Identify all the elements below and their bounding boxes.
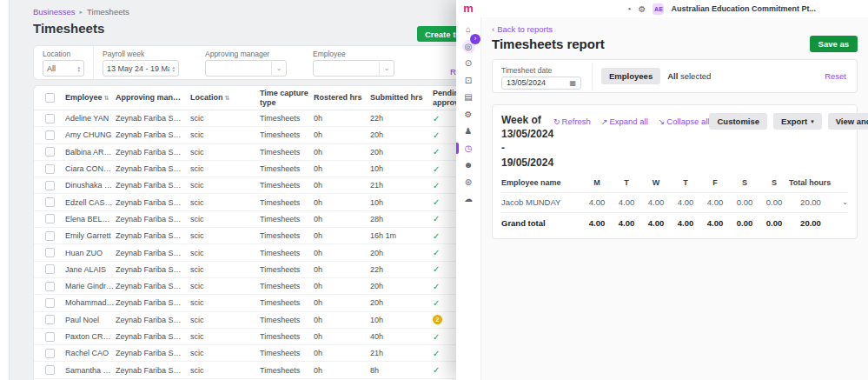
employee-name[interactable]: Balbina ARSEN...: [65, 148, 116, 157]
timesheet-date-input[interactable]: 13/05/2024 ▦: [501, 77, 581, 90]
table-row[interactable]: Balbina ARSEN... Zeynab Fariba SOLTA... …: [34, 144, 514, 161]
save-as-button[interactable]: Save as: [810, 36, 858, 52]
sidebar-item-team[interactable]: ☻: [456, 157, 480, 174]
col-day: T: [671, 178, 700, 188]
employee-name[interactable]: Ciara CONLON: [65, 164, 116, 173]
report-table-row[interactable]: Jacob MUNDAY 4.004.004.004.004.000.000.0…: [501, 193, 848, 213]
approving-manager: Zeynab Fariba SOLTA...: [116, 366, 190, 375]
row-checkbox[interactable]: [45, 365, 55, 375]
approving-manager-select[interactable]: ⌄: [205, 60, 287, 77]
row-checkbox[interactable]: [45, 298, 55, 308]
customise-button[interactable]: Customise: [709, 113, 767, 130]
row-checkbox[interactable]: [45, 164, 55, 174]
employees-selected-text: All selected: [667, 71, 711, 81]
employee-name[interactable]: Dinushaka Nic...: [65, 181, 116, 190]
location-label: Location: [43, 50, 84, 58]
employee-name[interactable]: Rachel CAO: [65, 349, 116, 357]
sidebar-item-payroll[interactable]: ⊙: [456, 55, 480, 72]
sidebar-item-settings[interactable]: ⚙: [456, 106, 480, 123]
panel-expand-toggle[interactable]: ›: [470, 34, 480, 44]
row-checkbox[interactable]: [45, 197, 55, 207]
breadcrumb-businesses-link[interactable]: Businesses: [33, 7, 76, 17]
table-row[interactable]: Adeline YAN Zeynab Fariba SOLTA... scic …: [34, 110, 514, 127]
collapse-all-link[interactable]: ↘ Collapse all: [659, 117, 710, 126]
row-expand-chevron-icon[interactable]: ⌄: [832, 198, 848, 206]
brand-logo[interactable]: m: [456, 0, 480, 17]
row-checkbox[interactable]: [45, 130, 55, 140]
table-row[interactable]: Dinushaka Nic... Zeynab Fariba SOLTA... …: [34, 177, 514, 194]
employee-select[interactable]: ⌄: [313, 60, 394, 77]
row-checkbox[interactable]: [45, 264, 55, 274]
stepper-icon[interactable]: ▴▾: [172, 65, 175, 72]
employee-name[interactable]: Paxton CROFT: [65, 332, 116, 341]
row-checkbox[interactable]: [45, 214, 55, 223]
back-to-reports-link[interactable]: ‹ Back to reports: [492, 24, 553, 34]
employee-name[interactable]: Adeline YAN: [65, 114, 116, 123]
employee-name[interactable]: Paul Noel: [65, 316, 116, 324]
location-select[interactable]: All ▴▾: [43, 60, 84, 77]
table-row[interactable]: Paul Noel Zeynab Fariba SOLTA... scic Ti…: [34, 312, 514, 329]
panel-content: ‹ Back to reports Timesheets report Save…: [481, 17, 868, 380]
export-button[interactable]: Export ▾: [773, 113, 822, 130]
table-row[interactable]: Elena BELOBO... Zeynab Fariba SOLTA... s…: [34, 211, 514, 228]
collapse-all-icon: ↘: [659, 117, 666, 126]
employee-name[interactable]: Mohammad G...: [65, 298, 116, 307]
row-checkbox[interactable]: [45, 282, 55, 291]
sidebar-item-employee[interactable]: ♟: [456, 123, 480, 140]
payroll-week-select[interactable]: 13 May 24 - 19 May 2 ▴▾: [103, 60, 179, 77]
hours-value: 0.00: [730, 197, 759, 207]
row-checkbox[interactable]: [45, 147, 55, 157]
sidebar-item-support[interactable]: ⊛: [456, 174, 480, 191]
employee-name[interactable]: Huan ZUO: [65, 249, 116, 257]
sidebar-item-organisation[interactable]: ▤: [456, 89, 480, 106]
col-employee[interactable]: Employee⇅: [65, 93, 116, 102]
table-row[interactable]: Jane ALAIS Zeynab Fariba SOLTA... scic T…: [34, 262, 514, 278]
row-checkbox[interactable]: [45, 349, 55, 358]
approved-check-icon: ✓: [433, 332, 440, 342]
employee-name[interactable]: Emily Garrett: [65, 231, 116, 240]
sidebar-item-shop[interactable]: ⊡: [456, 72, 480, 90]
pending-badge: 2: [433, 315, 442, 324]
hours-value: 0.00: [759, 197, 789, 207]
refresh-link[interactable]: ↻ Refresh: [553, 117, 591, 126]
sidebar-item-timesheets[interactable]: ◷: [456, 140, 480, 157]
row-checkbox[interactable]: [45, 315, 55, 324]
row-checkbox[interactable]: [45, 114, 55, 123]
view-and-print-button[interactable]: View and print: [828, 113, 868, 130]
account-name[interactable]: Australian Education Commitment Pt...: [671, 4, 816, 13]
employee-name[interactable]: Amy CHUNG: [65, 130, 116, 139]
employee-name[interactable]: Edzell CASTEL...: [65, 198, 116, 207]
table-row[interactable]: Mohammad G... Zeynab Fariba SOLTA... sci…: [34, 295, 514, 311]
select-all-checkbox[interactable]: [45, 93, 55, 103]
breadcrumb-current: Timesheets: [87, 7, 129, 17]
table-row[interactable]: Emily Garrett Zeynab Fariba SOLTA... sci…: [34, 228, 514, 244]
row-checkbox[interactable]: [45, 332, 55, 342]
table-row[interactable]: Paxton CROFT Zeynab Fariba SOLTA... scic…: [34, 329, 514, 345]
rostered-hrs: 0h: [314, 366, 370, 375]
employee-name[interactable]: Samantha BRO...: [65, 366, 116, 375]
employee-name[interactable]: Elena BELOBO...: [65, 215, 116, 223]
location: scic: [190, 114, 260, 123]
employee-name[interactable]: Jane ALAIS: [65, 265, 116, 274]
sidebar-item-marketplace[interactable]: ☁: [456, 190, 480, 208]
table-row[interactable]: Amy CHUNG Zeynab Fariba SOLTA... scic Ti…: [34, 127, 514, 143]
row-checkbox[interactable]: [45, 181, 55, 190]
row-checkbox[interactable]: [45, 231, 55, 241]
table-row[interactable]: Rachel CAO Zeynab Fariba SOLTA... scic T…: [34, 345, 514, 362]
employee-name[interactable]: Marie Gindria ...: [65, 282, 116, 290]
employees-filter-button[interactable]: Employees: [601, 68, 660, 84]
table-row[interactable]: Samantha BRO... Zeynab Fariba SOLTA... s…: [34, 362, 514, 378]
account-avatar[interactable]: AE: [653, 3, 664, 15]
table-row[interactable]: Edzell CASTEL... Zeynab Fariba SOLTA... …: [34, 194, 514, 210]
col-location[interactable]: Location⇅: [190, 93, 260, 102]
reset-report-filters-link[interactable]: Reset: [825, 71, 846, 81]
col-approving-manager[interactable]: Approving manager⇅: [116, 93, 190, 102]
table-row[interactable]: Ciara CONLON Zeynab Fariba SOLTA... scic…: [34, 161, 514, 177]
help-icon[interactable]: ◔: [626, 4, 631, 14]
table-row[interactable]: Marie Gindria ... Zeynab Fariba SOLTA...…: [34, 278, 514, 295]
table-row[interactable]: Huan ZUO Zeynab Fariba SOLTA... scic Tim…: [34, 244, 514, 261]
expand-all-link[interactable]: ↗ Expand all: [601, 117, 648, 126]
settings-icon[interactable]: ⚙: [639, 4, 646, 14]
row-checkbox[interactable]: [45, 248, 55, 257]
stepper-icon[interactable]: ▴▾: [77, 65, 80, 72]
